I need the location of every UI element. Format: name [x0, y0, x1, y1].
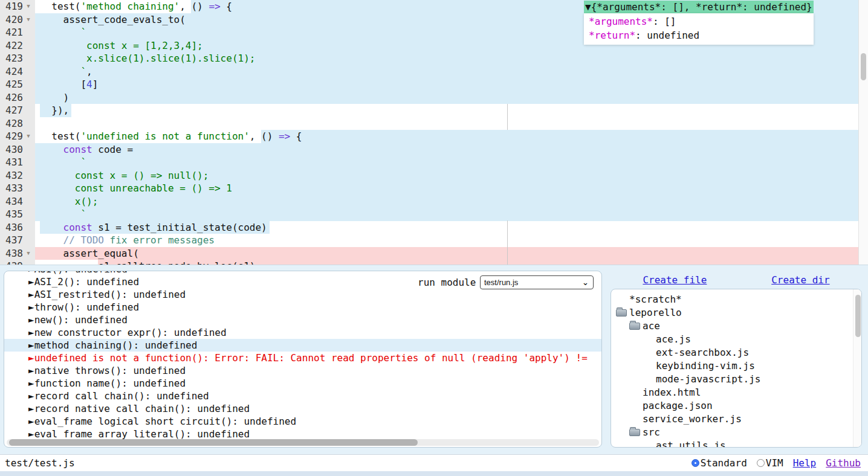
expand-arrow-icon[interactable]: ► — [28, 403, 34, 414]
file-tree-item-keybinding-vim-js[interactable]: keybinding-vim.js — [611, 359, 861, 373]
test-result-item[interactable]: ►record call chain(): undefined — [4, 390, 601, 402]
fold-arrow-icon[interactable]: ▼ — [23, 13, 34, 27]
test-result-item[interactable]: ►eval_frame array_literal(): undefined — [4, 428, 601, 440]
test-result-text: eval_frame array_literal(): undefined — [34, 428, 250, 440]
create-file-link[interactable]: Create file — [643, 274, 707, 286]
tree-scrollbar[interactable] — [853, 289, 861, 448]
fold-arrow-icon[interactable]: ▼ — [23, 0, 34, 13]
test-result-item[interactable]: ►function name(): undefined — [4, 377, 601, 390]
test-result-item[interactable]: ►undefined is not a function(): Error: F… — [4, 352, 601, 364]
expand-arrow-icon[interactable]: ► — [28, 378, 34, 389]
code-token: ) — [40, 92, 69, 103]
expand-arrow-icon[interactable]: ► — [28, 271, 34, 275]
fold-arrow-icon[interactable]: ▼ — [23, 130, 34, 143]
test-result-item[interactable]: ►ASI_restrited(): undefined — [4, 288, 601, 301]
code-line-432[interactable]: const x = () => null(); — [35, 169, 858, 182]
file-tree-item-index-html[interactable]: index.html — [611, 386, 861, 399]
selection-highlight: () => { — [261, 130, 858, 143]
radio-selected-icon[interactable] — [691, 459, 699, 467]
expand-arrow-icon[interactable]: ► — [28, 365, 34, 376]
code-line-434[interactable]: x(); — [35, 195, 858, 208]
expand-arrow-icon[interactable]: ► — [28, 339, 34, 351]
gutter-line: 434 — [0, 195, 35, 208]
file-tree-item-leporello[interactable]: leporello — [611, 306, 861, 320]
help-link[interactable]: Help — [793, 457, 817, 469]
expand-arrow-icon[interactable]: ► — [28, 352, 34, 364]
code-line-424[interactable]: `, — [35, 65, 858, 79]
expand-arrow-icon[interactable]: ► — [28, 428, 34, 440]
eval-result-header[interactable]: ▼{*arguments*: [], *return*: undefined} — [584, 1, 814, 13]
expand-arrow-icon[interactable]: ► — [28, 301, 34, 313]
code-line-426[interactable]: ) — [35, 91, 858, 105]
test-result-item[interactable]: ►method chaining(): undefined — [4, 339, 601, 352]
code-editor[interactable]: test('method chaining', () => { assert_c… — [0, 0, 868, 265]
code-token: () — [191, 1, 209, 12]
eval-result-tooltip[interactable]: ▼{*arguments*: [], *return*: undefined} … — [584, 1, 814, 45]
editor-scrollbar-thumb[interactable] — [861, 53, 866, 80]
file-tree-item-service-worker-js[interactable]: service_worker.js — [611, 413, 861, 426]
test-result-item[interactable]: ►new(): undefined — [4, 314, 601, 326]
results-horizontal-scrollbar[interactable] — [7, 439, 599, 446]
eval-key: *return* — [589, 30, 635, 41]
github-link[interactable]: Github — [826, 457, 861, 469]
line-number: 429 — [0, 130, 23, 143]
file-tree-item-ace[interactable]: ace — [611, 320, 861, 333]
gutter-line: 420▼ — [0, 13, 35, 27]
keybinding-standard-option[interactable]: Standard — [691, 457, 747, 469]
code-line-425[interactable]: [4] — [35, 78, 858, 91]
test-result-item[interactable]: ►record native call chain(): undefined — [4, 402, 601, 415]
run-module-select[interactable]: test/run.js ⌄ — [480, 275, 594, 289]
code-line-436[interactable]: const s1 = test_initial_state(code) — [35, 221, 858, 234]
expand-arrow-icon[interactable]: ► — [28, 289, 34, 300]
radio-unselected-icon[interactable] — [757, 459, 765, 467]
code-line-439[interactable]: s1.calltree_node_by_loc(s1) — [35, 260, 858, 265]
expand-arrow-icon[interactable]: ► — [28, 390, 34, 402]
code-line-438[interactable]: assert_equal( — [35, 247, 858, 260]
file-tree-item-ext-searchbox-js[interactable]: ext-searchbox.js — [611, 346, 861, 359]
test-result-item[interactable]: ►new constructor expr(): undefined — [4, 326, 601, 339]
expand-arrow-icon[interactable]: ► — [28, 327, 34, 338]
results-scrollbar-thumb[interactable] — [9, 439, 418, 446]
line-number: 432 — [0, 169, 23, 182]
line-number: 431 — [0, 156, 23, 169]
eval-result-row[interactable]: *return*: undefined — [589, 28, 814, 42]
test-result-item[interactable]: ►eval_frame logical short circuit(): und… — [4, 415, 601, 428]
file-tree-item-src[interactable]: src — [611, 426, 861, 439]
file-tree-item--scratch-[interactable]: *scratch* — [611, 293, 861, 306]
code-line-429[interactable]: test('undefined is not a function', () =… — [35, 130, 858, 143]
eval-result-body: *arguments*: []*return*: undefined — [584, 13, 814, 45]
expand-arrow-icon[interactable]: ► — [28, 416, 34, 427]
code-line-437[interactable]: // TODO fix error messages — [35, 234, 858, 247]
run-module-label: run module — [418, 277, 476, 288]
code-line-423[interactable]: x.slice(1).slice(1).slice(1); — [35, 52, 858, 65]
code-token: // TODO — [40, 234, 104, 246]
test-result-text: native throws(): undefined — [34, 365, 186, 376]
create-dir-link[interactable]: Create dir — [771, 274, 829, 286]
test-result-item[interactable]: ►native throws(): undefined — [4, 364, 601, 377]
code-line-435[interactable]: ` — [35, 208, 858, 221]
editor-gutter: 419▼420▼421422423424425426427428429▼4304… — [0, 0, 35, 265]
file-tree-item-package-json[interactable]: package.json — [611, 399, 861, 413]
tree-scrollbar-thumb[interactable] — [855, 295, 861, 337]
eval-result-row[interactable]: *arguments*: [] — [589, 14, 814, 28]
file-tree-item-ast-utils-js[interactable]: ast_utils.js — [611, 439, 861, 448]
code-token — [40, 144, 63, 155]
keybinding-vim-option[interactable]: VIM — [757, 457, 783, 469]
code-token: }), — [40, 105, 69, 116]
code-line-433[interactable]: const unreachable = () => 1 — [35, 182, 858, 195]
expand-arrow-icon[interactable]: ► — [28, 276, 34, 288]
code-line-428[interactable] — [35, 117, 858, 130]
code-token: x.slice(1).slice(1).slice(1); — [40, 53, 255, 64]
test-result-item[interactable]: ►throw(): undefined — [4, 301, 601, 314]
code-line-431[interactable]: ` — [35, 156, 858, 169]
test-result-item[interactable]: ►ASI(): undefined — [4, 271, 601, 275]
editor-scrollbar[interactable] — [858, 0, 868, 265]
code-line-427[interactable]: }), — [35, 104, 858, 117]
gutter-line: 427 — [0, 104, 35, 117]
file-tree-item-mode-javascript-js[interactable]: mode-javascript.js — [611, 373, 861, 386]
gutter-line: 432 — [0, 169, 35, 182]
fold-arrow-icon[interactable]: ▼ — [23, 247, 34, 260]
code-line-430[interactable]: const code = — [35, 143, 858, 156]
file-tree-item-ace-js[interactable]: ace.js — [611, 333, 861, 346]
expand-arrow-icon[interactable]: ► — [28, 314, 34, 326]
